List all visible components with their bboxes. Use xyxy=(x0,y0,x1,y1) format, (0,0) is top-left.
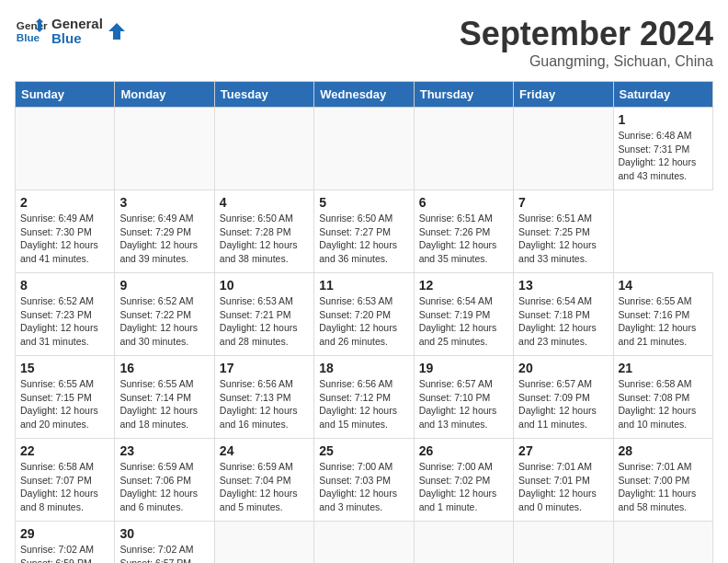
day-info: Sunrise: 6:51 AMSunset: 7:25 PMDaylight:… xyxy=(518,212,608,266)
logo-arrow-icon xyxy=(107,21,127,41)
col-header-wednesday: Wednesday xyxy=(314,82,414,108)
day-cell-2: 2Sunrise: 6:49 AMSunset: 7:30 PMDaylight… xyxy=(16,190,115,273)
day-number: 24 xyxy=(220,443,309,458)
day-cell-22: 22Sunrise: 6:58 AMSunset: 7:07 PMDayligh… xyxy=(16,439,115,522)
day-info: Sunrise: 7:02 AMSunset: 6:59 PMDaylight:… xyxy=(20,543,109,563)
day-info: Sunrise: 6:49 AMSunset: 7:30 PMDaylight:… xyxy=(20,212,109,266)
col-header-thursday: Thursday xyxy=(414,82,513,108)
day-info: Sunrise: 6:58 AMSunset: 7:08 PMDaylight:… xyxy=(619,377,708,431)
day-cell-30: 30Sunrise: 7:02 AMSunset: 6:57 PMDayligh… xyxy=(115,522,214,564)
day-info: Sunrise: 6:56 AMSunset: 7:12 PMDaylight:… xyxy=(319,377,408,431)
day-number: 23 xyxy=(119,443,209,458)
empty-cell xyxy=(613,522,712,564)
day-info: Sunrise: 6:53 AMSunset: 7:20 PMDaylight:… xyxy=(319,294,408,349)
empty-cell xyxy=(514,522,613,564)
day-number: 29 xyxy=(20,526,109,541)
day-cell-19: 19Sunrise: 6:57 AMSunset: 7:10 PMDayligh… xyxy=(414,356,513,439)
day-cell-10: 10Sunrise: 6:53 AMSunset: 7:21 PMDayligh… xyxy=(214,273,313,356)
day-number: 22 xyxy=(20,443,109,458)
day-number: 11 xyxy=(319,278,408,293)
week-row-2: 2Sunrise: 6:49 AMSunset: 7:30 PMDaylight… xyxy=(16,190,713,273)
calendar-table: SundayMondayTuesdayWednesdayThursdayFrid… xyxy=(15,81,713,563)
day-number: 19 xyxy=(419,361,508,375)
day-number: 4 xyxy=(220,195,309,210)
day-info: Sunrise: 6:57 AMSunset: 7:10 PMDaylight:… xyxy=(419,377,508,431)
empty-cell xyxy=(414,522,513,564)
day-cell-21: 21Sunrise: 6:58 AMSunset: 7:08 PMDayligh… xyxy=(613,356,712,439)
svg-marker-3 xyxy=(108,23,125,40)
day-cell-13: 13Sunrise: 6:54 AMSunset: 7:18 PMDayligh… xyxy=(514,273,613,356)
day-cell-23: 23Sunrise: 6:59 AMSunset: 7:06 PMDayligh… xyxy=(115,439,214,522)
logo: General Blue General Blue xyxy=(15,15,127,48)
page-header: General Blue General Blue September 2024… xyxy=(15,15,713,70)
empty-cell xyxy=(314,108,414,190)
day-number: 25 xyxy=(319,443,408,458)
empty-cell xyxy=(314,522,414,564)
day-cell-15: 15Sunrise: 6:55 AMSunset: 7:15 PMDayligh… xyxy=(16,356,115,439)
day-cell-28: 28Sunrise: 7:01 AMSunset: 7:00 PMDayligh… xyxy=(613,439,712,522)
empty-cell xyxy=(414,108,513,190)
title-area: September 2024 Guangming, Sichuan, China xyxy=(460,15,713,70)
day-cell-25: 25Sunrise: 7:00 AMSunset: 7:03 PMDayligh… xyxy=(314,439,414,522)
empty-cell xyxy=(16,108,115,190)
day-number: 18 xyxy=(319,361,408,375)
calendar-header-row: SundayMondayTuesdayWednesdayThursdayFrid… xyxy=(16,82,713,108)
day-number: 14 xyxy=(619,278,708,293)
day-info: Sunrise: 6:51 AMSunset: 7:26 PMDaylight:… xyxy=(419,212,508,266)
day-info: Sunrise: 6:52 AMSunset: 7:23 PMDaylight:… xyxy=(20,294,109,349)
day-number: 26 xyxy=(419,443,508,458)
day-cell-24: 24Sunrise: 6:59 AMSunset: 7:04 PMDayligh… xyxy=(214,439,313,522)
day-info: Sunrise: 6:58 AMSunset: 7:07 PMDaylight:… xyxy=(20,460,109,514)
col-header-tuesday: Tuesday xyxy=(214,82,313,108)
day-cell-14: 14Sunrise: 6:55 AMSunset: 7:16 PMDayligh… xyxy=(613,273,712,356)
logo-icon: General Blue xyxy=(15,15,48,48)
day-info: Sunrise: 6:55 AMSunset: 7:16 PMDaylight:… xyxy=(619,294,708,349)
day-cell-27: 27Sunrise: 7:01 AMSunset: 7:01 PMDayligh… xyxy=(514,439,613,522)
day-cell-18: 18Sunrise: 6:56 AMSunset: 7:12 PMDayligh… xyxy=(314,356,414,439)
day-number: 3 xyxy=(119,195,209,210)
day-info: Sunrise: 7:00 AMSunset: 7:03 PMDaylight:… xyxy=(319,460,408,514)
day-info: Sunrise: 6:59 AMSunset: 7:04 PMDaylight:… xyxy=(220,460,309,514)
day-number: 30 xyxy=(119,526,209,541)
day-info: Sunrise: 7:01 AMSunset: 7:00 PMDaylight:… xyxy=(619,460,708,514)
empty-cell xyxy=(514,108,613,190)
day-number: 21 xyxy=(619,361,708,375)
day-number: 6 xyxy=(419,195,508,210)
col-header-monday: Monday xyxy=(115,82,214,108)
day-number: 1 xyxy=(619,112,708,127)
day-info: Sunrise: 6:48 AMSunset: 7:31 PMDaylight:… xyxy=(619,129,708,183)
empty-cell xyxy=(214,522,313,564)
week-row-5: 22Sunrise: 6:58 AMSunset: 7:07 PMDayligh… xyxy=(16,439,713,522)
day-cell-29: 29Sunrise: 7:02 AMSunset: 6:59 PMDayligh… xyxy=(16,522,115,564)
day-number: 15 xyxy=(20,361,109,375)
day-number: 5 xyxy=(319,195,408,210)
svg-text:General: General xyxy=(17,19,48,31)
day-number: 16 xyxy=(119,361,209,375)
day-cell-3: 3Sunrise: 6:49 AMSunset: 7:29 PMDaylight… xyxy=(115,190,214,273)
day-number: 12 xyxy=(419,278,508,293)
week-row-3: 8Sunrise: 6:52 AMSunset: 7:23 PMDaylight… xyxy=(16,273,713,356)
day-number: 9 xyxy=(119,278,209,293)
day-cell-6: 6Sunrise: 6:51 AMSunset: 7:26 PMDaylight… xyxy=(414,190,513,273)
day-number: 10 xyxy=(220,278,309,293)
week-row-1: 1Sunrise: 6:48 AMSunset: 7:31 PMDaylight… xyxy=(16,108,713,190)
day-cell-11: 11Sunrise: 6:53 AMSunset: 7:20 PMDayligh… xyxy=(314,273,414,356)
col-header-friday: Friday xyxy=(514,82,613,108)
day-info: Sunrise: 6:54 AMSunset: 7:18 PMDaylight:… xyxy=(518,294,608,349)
day-number: 20 xyxy=(518,361,608,375)
logo-blue: Blue xyxy=(51,31,103,47)
day-number: 17 xyxy=(220,361,309,375)
logo-general: General xyxy=(51,17,103,32)
day-cell-17: 17Sunrise: 6:56 AMSunset: 7:13 PMDayligh… xyxy=(214,356,313,439)
col-header-saturday: Saturday xyxy=(613,82,712,108)
location: Guangming, Sichuan, China xyxy=(460,53,713,70)
day-cell-12: 12Sunrise: 6:54 AMSunset: 7:19 PMDayligh… xyxy=(414,273,513,356)
day-info: Sunrise: 6:50 AMSunset: 7:27 PMDaylight:… xyxy=(319,212,408,266)
day-info: Sunrise: 6:50 AMSunset: 7:28 PMDaylight:… xyxy=(220,212,309,266)
day-cell-5: 5Sunrise: 6:50 AMSunset: 7:27 PMDaylight… xyxy=(314,190,414,273)
day-info: Sunrise: 6:49 AMSunset: 7:29 PMDaylight:… xyxy=(119,212,209,266)
day-cell-9: 9Sunrise: 6:52 AMSunset: 7:22 PMDaylight… xyxy=(115,273,214,356)
day-info: Sunrise: 6:57 AMSunset: 7:09 PMDaylight:… xyxy=(518,377,608,431)
week-row-4: 15Sunrise: 6:55 AMSunset: 7:15 PMDayligh… xyxy=(16,356,713,439)
day-number: 8 xyxy=(20,278,109,293)
